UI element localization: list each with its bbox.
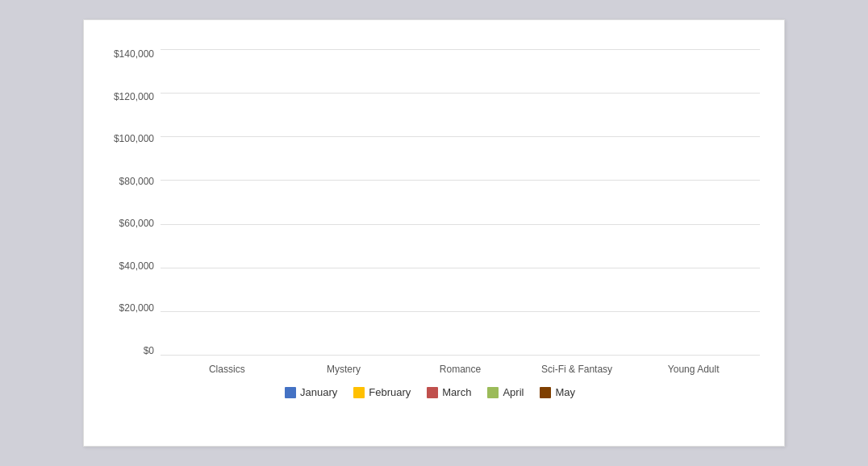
legend-label: May bbox=[555, 386, 575, 398]
legend-swatch bbox=[285, 387, 296, 398]
chart-container: $140,000$120,000$100,000$80,000$60,000$4… bbox=[83, 19, 785, 447]
legend-label: March bbox=[442, 386, 471, 398]
y-axis-label: $40,000 bbox=[119, 261, 154, 271]
legend-item: January bbox=[285, 386, 337, 398]
chart-area: $140,000$120,000$100,000$80,000$60,000$4… bbox=[100, 49, 760, 356]
legend-label: January bbox=[300, 386, 337, 398]
x-axis-label: Romance bbox=[419, 364, 500, 375]
bars-wrapper bbox=[161, 49, 760, 356]
y-axis-label: $80,000 bbox=[119, 177, 154, 186]
y-axis-label: $20,000 bbox=[119, 303, 154, 313]
y-axis-label: $120,000 bbox=[114, 92, 154, 102]
legend-swatch bbox=[487, 387, 499, 398]
y-axis-label: $60,000 bbox=[119, 218, 154, 228]
y-axis-label: $140,000 bbox=[114, 49, 154, 59]
legend: JanuaryFebruaryMarchAprilMay bbox=[100, 386, 760, 398]
x-axis-label: Young Adult bbox=[653, 364, 734, 375]
y-axis: $140,000$120,000$100,000$80,000$60,000$4… bbox=[100, 49, 161, 356]
legend-swatch bbox=[353, 387, 365, 398]
legend-label: April bbox=[503, 386, 524, 398]
plot-area bbox=[161, 49, 760, 356]
legend-label: February bbox=[369, 386, 411, 398]
legend-item: April bbox=[487, 386, 524, 398]
x-axis-label: Classics bbox=[186, 364, 267, 375]
legend-item: March bbox=[427, 386, 471, 398]
legend-swatch bbox=[427, 387, 438, 398]
x-axis-label: Mystery bbox=[303, 364, 384, 375]
legend-item: February bbox=[353, 386, 411, 398]
x-axis-label: Sci-Fi & Fantasy bbox=[536, 364, 617, 375]
y-axis-label: $0 bbox=[144, 346, 154, 356]
legend-item: May bbox=[540, 386, 575, 398]
x-axis: ClassicsMysteryRomanceSci-Fi & FantasyYo… bbox=[100, 359, 760, 375]
legend-swatch bbox=[540, 387, 551, 398]
y-axis-label: $100,000 bbox=[114, 134, 154, 144]
